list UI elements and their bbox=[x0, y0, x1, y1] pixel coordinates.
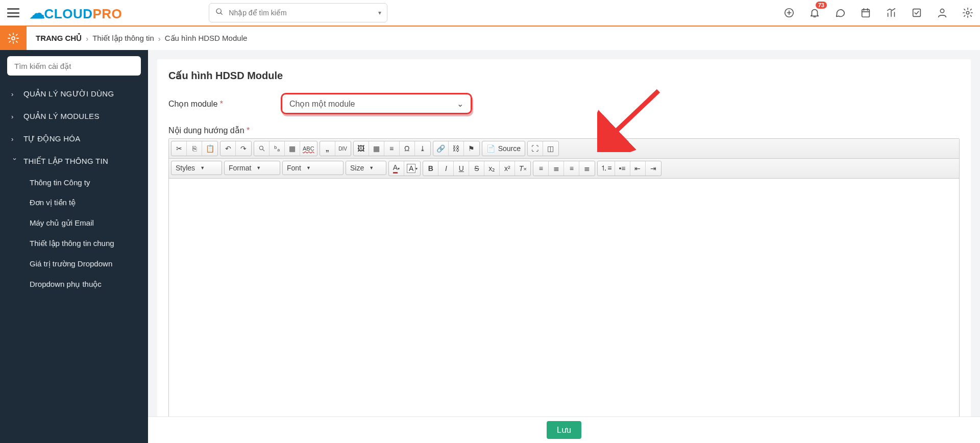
chevron-right-icon: › bbox=[11, 90, 18, 98]
reports-button[interactable] bbox=[885, 7, 897, 19]
main-content: Cấu hình HDSD Module Chọn module * Chọn … bbox=[148, 50, 980, 443]
div-button[interactable]: DIV bbox=[335, 141, 351, 156]
calendar-button[interactable] bbox=[860, 7, 872, 19]
chevron-down-icon: › bbox=[11, 158, 19, 165]
underline-button[interactable]: U bbox=[454, 161, 469, 176]
chevron-right-icon: › bbox=[11, 135, 18, 143]
svg-line-18 bbox=[262, 150, 264, 151]
sidebar-item-dropdown-values[interactable]: Giá trị trường Dropdown bbox=[0, 254, 148, 274]
breadcrumb-lvl1[interactable]: Thiết lập thông tin bbox=[92, 34, 154, 43]
find-button[interactable] bbox=[254, 141, 270, 156]
cut-button[interactable]: ✂ bbox=[172, 141, 187, 156]
settings-button[interactable] bbox=[962, 7, 974, 19]
sidebar-item-dependent-dropdown[interactable]: Dropdown phụ thuộc bbox=[0, 274, 148, 294]
save-button[interactable]: Lưu bbox=[547, 421, 581, 439]
sidebar-item-general-settings[interactable]: Thiết lập thông tin chung bbox=[0, 233, 148, 254]
pagebreak-button[interactable]: ⤓ bbox=[415, 141, 430, 156]
undo-button[interactable]: ↶ bbox=[220, 141, 236, 156]
text-color-button[interactable]: A ▾ bbox=[389, 161, 404, 176]
align-left-button[interactable]: ≡ bbox=[533, 161, 549, 176]
editor-toolbar-row1: ✂ ⎘ 📋 ↶ ↷ ᵇₐ ▦ ABC „ bbox=[169, 139, 959, 159]
sidebar-item-email-server[interactable]: Máy chủ gửi Email bbox=[0, 213, 148, 233]
sidebar-group-users[interactable]: › QUẢN LÝ NGƯỜI DÙNG bbox=[0, 83, 148, 105]
bg-color-button[interactable]: A ▾ bbox=[404, 161, 420, 176]
svg-point-17 bbox=[259, 146, 263, 150]
page-title: Cấu hình HDSD Module bbox=[168, 69, 960, 82]
format-dropdown[interactable]: Format▼ bbox=[224, 161, 280, 175]
align-justify-button[interactable]: ≣ bbox=[579, 161, 595, 176]
tasks-button[interactable] bbox=[911, 7, 923, 19]
cloud-icon: ☁ bbox=[30, 4, 45, 22]
svg-point-16 bbox=[12, 37, 15, 40]
showblocks-button[interactable]: ◫ bbox=[543, 141, 558, 156]
styles-dropdown[interactable]: Styles▼ bbox=[171, 161, 222, 175]
search-placeholder: Nhập để tìm kiếm bbox=[229, 9, 286, 17]
editor-content-area[interactable] bbox=[169, 179, 959, 437]
source-button[interactable]: 📄 Source bbox=[482, 141, 525, 156]
module-select[interactable]: Chọn một module ⌄ bbox=[281, 93, 472, 114]
svg-rect-13 bbox=[913, 9, 921, 17]
remove-format-button[interactable]: T× bbox=[515, 161, 530, 176]
select-all-button[interactable]: ▦ bbox=[285, 141, 300, 156]
settings-gear-icon[interactable] bbox=[0, 27, 27, 50]
add-button[interactable] bbox=[783, 7, 795, 19]
svg-line-1 bbox=[220, 13, 222, 14]
strike-button[interactable]: S bbox=[469, 161, 484, 176]
sidebar-group-modules[interactable]: › QUẢN LÝ MODULES bbox=[0, 105, 148, 128]
sidebar-search[interactable] bbox=[7, 56, 141, 76]
chevron-right-icon: › bbox=[11, 113, 18, 120]
module-field-row: Chọn module * Chọn một module ⌄ bbox=[168, 93, 960, 114]
table-button[interactable]: ▦ bbox=[369, 141, 384, 156]
global-search[interactable]: Nhập để tìm kiếm ▾ bbox=[209, 3, 387, 22]
subscript-button[interactable]: x₂ bbox=[484, 161, 500, 176]
align-center-button[interactable]: ≣ bbox=[549, 161, 564, 176]
footer-bar: Lưu bbox=[148, 416, 980, 443]
config-card: Cấu hình HDSD Module Chọn module * Chọn … bbox=[157, 59, 971, 443]
maximize-button[interactable]: ⛶ bbox=[528, 141, 543, 156]
link-button[interactable]: 🔗 bbox=[433, 141, 449, 156]
italic-button[interactable]: I bbox=[438, 161, 454, 176]
indent-button[interactable]: ⇥ bbox=[646, 161, 661, 176]
notifications-button[interactable]: 73 bbox=[808, 7, 821, 19]
sidebar-item-currency[interactable]: Đơn vị tiền tệ bbox=[0, 192, 148, 213]
search-icon bbox=[215, 8, 224, 18]
paste-button[interactable]: 📋 bbox=[202, 141, 217, 156]
copy-button[interactable]: ⎘ bbox=[187, 141, 202, 156]
outdent-button[interactable]: ⇤ bbox=[630, 161, 646, 176]
spellcheck-button[interactable]: ABC bbox=[300, 141, 317, 156]
breadcrumb-home[interactable]: TRANG CHỦ bbox=[36, 34, 82, 43]
sidebar-item-company[interactable]: Thông tin Công ty bbox=[0, 173, 148, 192]
chat-button[interactable] bbox=[834, 7, 846, 19]
size-dropdown[interactable]: Size▼ bbox=[346, 161, 386, 175]
profile-button[interactable] bbox=[936, 7, 948, 19]
chevron-down-icon: ⌄ bbox=[457, 99, 463, 109]
header-actions: 73 bbox=[783, 7, 974, 19]
font-dropdown[interactable]: Font▼ bbox=[282, 161, 344, 175]
logo[interactable]: ☁ CLOUDPRO bbox=[30, 4, 122, 22]
breadcrumb-lvl2: Cấu hình HDSD Module bbox=[165, 34, 248, 43]
superscript-button[interactable]: x² bbox=[500, 161, 515, 176]
bullet-list-button[interactable]: •≡ bbox=[615, 161, 630, 176]
menu-toggle-button[interactable] bbox=[0, 0, 27, 26]
unlink-button[interactable]: ⛓ bbox=[449, 141, 464, 156]
hr-button[interactable]: ≡ bbox=[384, 141, 400, 156]
sidebar-search-input[interactable] bbox=[7, 56, 141, 76]
redo-button[interactable]: ↷ bbox=[236, 141, 251, 156]
breadcrumb: TRANG CHỦ › Thiết lập thông tin › Cấu hì… bbox=[27, 27, 256, 50]
replace-button[interactable]: ᵇₐ bbox=[270, 141, 285, 156]
hamburger-icon bbox=[7, 8, 19, 17]
svg-point-14 bbox=[940, 9, 944, 13]
special-char-button[interactable]: Ω bbox=[400, 141, 415, 156]
sidebar-group-automation[interactable]: › TỰ ĐỘNG HÓA bbox=[0, 128, 148, 150]
image-button[interactable]: 🖼 bbox=[354, 141, 369, 156]
rich-text-editor: ✂ ⎘ 📋 ↶ ↷ ᵇₐ ▦ ABC „ bbox=[168, 138, 960, 438]
notification-badge: 73 bbox=[816, 2, 827, 9]
bold-button[interactable]: B bbox=[423, 161, 438, 176]
blockquote-button[interactable]: „ bbox=[320, 141, 335, 156]
svg-point-15 bbox=[966, 11, 969, 14]
anchor-button[interactable]: ⚑ bbox=[464, 141, 479, 156]
sidebar-group-settings[interactable]: › THIẾT LẬP THÔNG TIN bbox=[0, 150, 148, 173]
breadcrumb-row: TRANG CHỦ › Thiết lập thông tin › Cấu hì… bbox=[0, 27, 980, 50]
numbered-list-button[interactable]: ⒈≡ bbox=[598, 161, 615, 176]
align-right-button[interactable]: ≡ bbox=[564, 161, 579, 176]
